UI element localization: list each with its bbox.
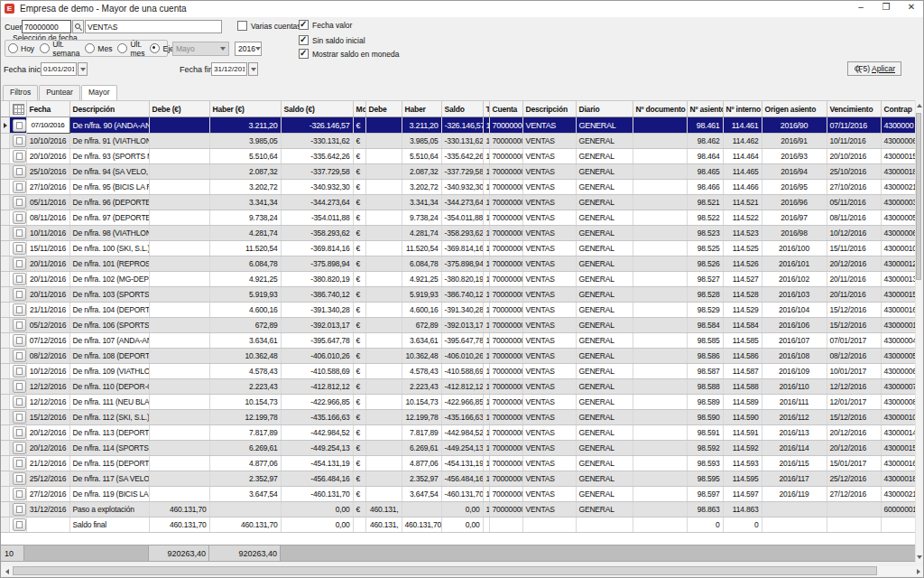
cell-origen[interactable]: 2016/107: [762, 333, 827, 349]
cell-mon[interactable]: €: [353, 256, 365, 272]
document-icon[interactable]: [13, 426, 26, 439]
document-icon[interactable]: [13, 242, 26, 255]
cell-asiento[interactable]: 98.597: [687, 487, 723, 502]
table-row[interactable]: 27/10/2016De n/fra. 95 (BICIS LA REAL, S…: [1, 180, 919, 195]
cell-ndoc[interactable]: [633, 149, 687, 164]
cell-venc[interactable]: 12/12/2016: [827, 379, 881, 395]
row-detail-cell[interactable]: [9, 134, 26, 149]
cell-diario[interactable]: GENERAL: [576, 303, 633, 318]
col-header-ndoc[interactable]: Nº documento: [633, 101, 687, 117]
maximize-button[interactable]: ❐: [880, 2, 892, 12]
cell-origen[interactable]: 2016/108: [762, 349, 827, 364]
cell-ndoc[interactable]: [633, 180, 687, 195]
row-selector[interactable]: [1, 226, 9, 241]
cell-mhaber[interactable]: 672,89: [402, 318, 441, 333]
document-icon[interactable]: [13, 273, 26, 285]
cell-contrap[interactable]: 43000021 - B: [881, 180, 919, 195]
cell-mdebe[interactable]: [365, 180, 402, 195]
cell-contrap[interactable]: 43000015 - S: [881, 149, 919, 164]
cell-mon[interactable]: €: [353, 241, 365, 256]
cell-msaldo[interactable]: -344.273,64: [441, 195, 483, 210]
cell-cuenta[interactable]: 70000000: [489, 256, 522, 272]
cell-cuenta[interactable]: 70000000: [489, 303, 522, 318]
cell-asiento[interactable]: 98.595: [687, 471, 723, 487]
cell-saldo[interactable]: -330.131,62: [281, 134, 353, 149]
cell-saldo[interactable]: -435.166,63: [281, 410, 353, 425]
cell-desc2[interactable]: VENTAS: [522, 272, 576, 287]
cell-msaldo[interactable]: -326.146,57: [441, 117, 483, 134]
cell-asiento[interactable]: 98.461: [687, 117, 723, 134]
row-selector[interactable]: [1, 349, 9, 364]
cell-cuenta[interactable]: 70000000: [489, 117, 522, 134]
cell-asiento[interactable]: 98.587: [687, 364, 723, 379]
cell-debe[interactable]: [149, 441, 209, 456]
cell-venc[interactable]: 08/11/2016: [827, 210, 881, 226]
document-icon[interactable]: [13, 119, 26, 132]
cell-desc[interactable]: De n/fra. 112 (SKI, S.L.): [69, 410, 149, 425]
cell-cuenta[interactable]: 70000000: [489, 410, 522, 425]
cell-interno[interactable]: 114.465: [723, 164, 762, 180]
cell-fecha[interactable]: 20/12/2016: [26, 441, 69, 456]
row-detail-cell[interactable]: [9, 210, 26, 226]
table-row[interactable]: 27/12/2016De n/fra. 119 (BICIS LA REAL, …: [1, 487, 919, 502]
cell-asiento[interactable]: 98.527: [687, 272, 723, 287]
row-detail-cell[interactable]: [9, 487, 26, 502]
cell-t[interactable]: [483, 517, 489, 533]
cell-haber[interactable]: 672,89: [209, 318, 281, 333]
cell-asiento[interactable]: 0: [687, 517, 723, 533]
cell-fecha[interactable]: 15/12/2016: [26, 410, 69, 425]
row-detail-cell[interactable]: [9, 333, 26, 349]
fecha-valor-checkbox[interactable]: Fecha valor: [299, 20, 352, 30]
cell-msaldo[interactable]: -380.820,19: [441, 272, 483, 287]
cell-saldo[interactable]: -337.729,58: [281, 164, 353, 180]
cell-interno[interactable]: 114.521: [723, 195, 762, 210]
sin-saldo-inicial-checkbox[interactable]: Sin saldo inicial: [299, 35, 365, 45]
cell-mon[interactable]: €: [353, 502, 365, 517]
cell-mdebe[interactable]: [365, 272, 402, 287]
row-selector[interactable]: [1, 149, 9, 164]
cell-contrap[interactable]: 43000016 - D: [881, 456, 919, 471]
cell-origen[interactable]: 2016/113: [762, 425, 827, 441]
cell-interno[interactable]: 114.462: [723, 134, 762, 149]
row-detail-cell[interactable]: [9, 117, 26, 134]
document-icon[interactable]: [13, 488, 26, 500]
cell-haber[interactable]: 5.919,93: [209, 287, 281, 303]
cell-venc[interactable]: 20/12/2016: [827, 256, 881, 272]
cell-t[interactable]: 1: [483, 349, 489, 364]
cell-haber[interactable]: 3.634,61: [209, 333, 281, 349]
cell-diario[interactable]: GENERAL: [576, 117, 633, 134]
cell-asiento[interactable]: 98.584: [687, 318, 723, 333]
row-detail-cell[interactable]: [9, 287, 26, 303]
cell-diario[interactable]: GENERAL: [576, 318, 633, 333]
cell-ndoc[interactable]: [633, 441, 687, 456]
cell-haber[interactable]: 10.362,48: [209, 349, 281, 364]
cell-contrap[interactable]: 43000010 - S: [881, 410, 919, 425]
document-icon[interactable]: [13, 150, 26, 163]
cell-saldo[interactable]: -395.647,78: [281, 333, 353, 349]
cell-debe[interactable]: [149, 164, 209, 180]
cell-fecha[interactable]: 21/11/2016: [26, 303, 69, 318]
cell-diario[interactable]: GENERAL: [576, 180, 633, 195]
cell-asiento[interactable]: 98.863: [687, 502, 723, 517]
col-header-desc[interactable]: Descripción: [69, 101, 149, 117]
cell-origen[interactable]: 2016/95: [762, 180, 827, 195]
cell-fecha[interactable]: 25/10/2016: [26, 164, 69, 180]
cell-t[interactable]: 1: [483, 117, 489, 134]
cell-ndoc[interactable]: [633, 364, 687, 379]
cell-fecha[interactable]: 08/12/2016: [26, 349, 69, 364]
cell-msaldo[interactable]: -395.647,78: [441, 333, 483, 349]
cell-interno[interactable]: 114.592: [723, 441, 762, 456]
row-selector[interactable]: [1, 195, 9, 210]
cell-mon[interactable]: €: [353, 226, 365, 241]
cell-mhaber[interactable]: 2.087,32: [402, 164, 441, 180]
cell-venc[interactable]: 10/01/2017: [827, 364, 881, 379]
cell-saldo[interactable]: -412.812,12: [281, 379, 353, 395]
radio-mes[interactable]: Mes: [85, 43, 112, 53]
cell-msaldo[interactable]: -354.011,88: [441, 210, 483, 226]
cell-saldo[interactable]: -406.010,26: [281, 349, 353, 364]
cell-desc[interactable]: De n/fra. 107 (ANDA-ANDA, S.A.): [69, 333, 149, 349]
cell-origen[interactable]: 2016/101: [762, 256, 827, 272]
cell-ndoc[interactable]: [633, 195, 687, 210]
cell-origen[interactable]: 2016/117: [762, 471, 827, 487]
table-row[interactable]: 15/12/2016De n/fra. 112 (SKI, S.L.)12.19…: [1, 410, 919, 425]
